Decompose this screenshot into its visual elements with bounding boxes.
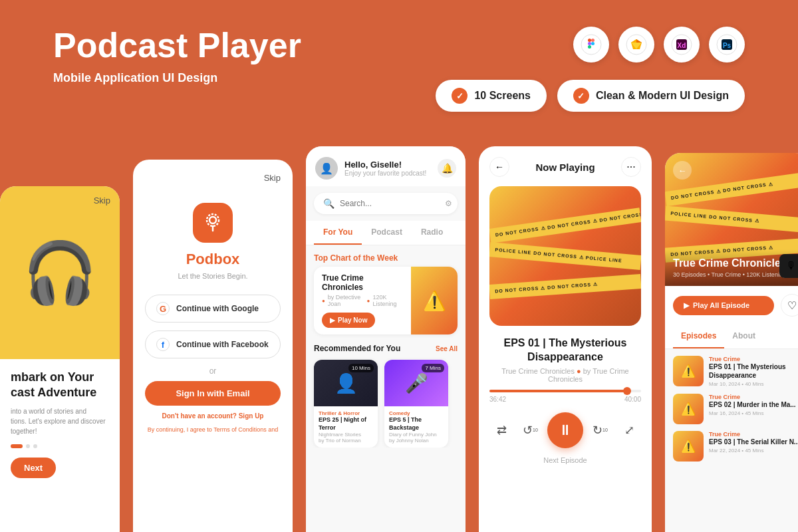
recommended-title: Recommended for You — [314, 344, 400, 353]
pause-button[interactable]: ⏸ — [547, 412, 583, 448]
back-button-s5[interactable]: ← — [673, 161, 692, 180]
playback-controls: ⇄ ↺10 ⏸ ↻10 ⤢ — [489, 412, 641, 448]
reco-genre-1: Thriller & Horror — [319, 410, 373, 416]
greeting-sub: Enjoy your favorite podcast! — [344, 170, 431, 177]
notification-bell-icon[interactable]: 🔔 — [438, 159, 456, 178]
signin-email-button[interactable]: Sign In with Email — [145, 381, 281, 406]
episode-item-3: ⚠️ True Crime EPS 03 | The Serial Killer… — [673, 431, 798, 462]
screen-episodes: DO NOT CROSS ⚠ DO NOT CROSS ⚠ POLICE LIN… — [665, 153, 798, 532]
play-now-button[interactable]: ▶ Play Now — [322, 313, 375, 328]
play-all-button[interactable]: ▶ Play All Episode — [673, 296, 774, 315]
progress-bar[interactable]: 36:42 40:00 — [489, 390, 641, 403]
svg-text:Ps: Ps — [723, 42, 732, 49]
episode-title: EPS 01 | The MysteriousDisappearance — [489, 336, 641, 364]
top-chart-image: ⚠️ — [411, 267, 458, 334]
progress-fill — [489, 390, 627, 392]
google-login-button[interactable]: G Continue with Google — [145, 295, 281, 323]
app-tagline: Let the Stories Begin. — [145, 272, 281, 280]
more-options-button[interactable]: ··· — [621, 157, 641, 177]
tape-strip-3: DO NOT CROSS ⚠ DO NOT CROSS ⚠ — [489, 274, 641, 299]
hero-overlay: True Crime Chronicles 30 Episodes • True… — [665, 249, 798, 286]
episode-item-2: ⚠️ True Crime EPS 02 | Murder in the Ma.… — [673, 394, 798, 424]
skip-button-s1[interactable]: Skip — [94, 196, 110, 205]
episodes-hero: DO NOT CROSS ⚠ DO NOT CROSS ⚠ POLICE LIN… — [665, 153, 798, 286]
app-logo — [193, 203, 233, 243]
reco-title-1: EPS 25 | Night of Terror — [319, 416, 373, 432]
top-chart-by: ● by Detective Joan ● 120K Listening — [322, 294, 403, 307]
home-header: 👤 Hello, Giselle! Enjoy your favorite po… — [306, 146, 466, 186]
favorite-button[interactable]: ♡ — [781, 294, 798, 317]
badge-screens: ✓ 10 Screens — [436, 80, 547, 112]
svg-text:Xd: Xd — [678, 42, 686, 49]
ep-date-1: Mar 10, 2024 • 40 Mins — [709, 381, 798, 387]
facebook-icon: f — [156, 338, 170, 351]
next-button[interactable]: Next — [11, 458, 56, 478]
tab-podcast[interactable]: Podcast — [362, 221, 412, 245]
now-playing-topbar: ← Now Playing ··· — [489, 157, 641, 177]
tab-about[interactable]: About — [724, 325, 763, 348]
svg-point-0 — [581, 35, 601, 55]
reco-card-2: 7 Mins 🎤 Comedy EPS 5 | The Backstage Di… — [384, 360, 448, 448]
search-input[interactable] — [340, 199, 440, 208]
filter-icon[interactable]: ⚙ — [445, 199, 452, 208]
screen-onboarding: 🎧 Skip mbark on Yourcast Adventure into … — [0, 186, 120, 532]
expand-button[interactable]: ⤢ — [617, 418, 641, 442]
onboarding-heading: mbark on Yourcast Adventure — [11, 370, 109, 401]
ep-date-2: Mar 16, 2024 • 45 Mins — [709, 410, 798, 416]
mins-badge-2: 7 Mins — [422, 364, 444, 372]
see-all-link[interactable]: See All — [436, 345, 458, 352]
google-icon: G — [156, 302, 170, 315]
mins-badge-1: 10 Mins — [348, 364, 374, 372]
skip-button-s2[interactable]: Skip — [145, 173, 281, 183]
screens-container: 🎧 Skip mbark on Yourcast Adventure into … — [0, 153, 798, 532]
xd-icon: Xd — [664, 27, 700, 63]
tab-episodes[interactable]: Episodes — [673, 325, 724, 348]
back-button[interactable]: ← — [489, 157, 509, 177]
badge-design: ✓ Clean & Modern UI Design — [557, 80, 745, 112]
ep-name-1[interactable]: EPS 01 | The Mysterious Disappearance — [709, 362, 798, 380]
reco-card-1-image: 10 Mins 👤 — [314, 360, 378, 406]
onboarding-hero: 🎧 Skip — [0, 186, 120, 359]
user-avatar: 👤 — [315, 157, 338, 180]
figma-icon — [573, 27, 609, 63]
tab-for-you[interactable]: For You — [314, 221, 362, 245]
reco-author-2: by Johnny Nolan — [389, 438, 444, 444]
top-chart-title: True Crime Chronicles — [322, 273, 403, 292]
badges-row: ✓ 10 Screens ✓ Clean & Modern UI Design — [436, 80, 745, 112]
recommended-cards: 10 Mins 👤 Thriller & Horror EPS 25 | Nig… — [314, 360, 458, 448]
chart-label: Top Chart of the Week — [314, 253, 458, 263]
svg-point-18 — [207, 214, 219, 226]
header-area: Podcast Player Mobile Application UI Des… — [53, 27, 745, 85]
ep-cat-2: True Crime — [709, 394, 798, 400]
top-chart-info: True Crime Chronicles ● by Detective Joa… — [314, 267, 411, 334]
home-body: Top Chart of the Week True Crime Chronic… — [306, 253, 466, 448]
pagination-dots — [11, 444, 109, 448]
now-playing-title: Now Playing — [535, 162, 595, 173]
tab-radio[interactable]: Radio — [412, 221, 452, 245]
dot-2 — [26, 444, 30, 448]
search-bar: 🔍 ⚙ — [314, 193, 458, 214]
ep-details-1: True Crime EPS 01 | The Mysterious Disap… — [709, 356, 798, 387]
shuffle-button[interactable]: ⇄ — [489, 418, 513, 442]
tool-icons: Xd Ps — [573, 27, 745, 63]
screen-home: 👤 Hello, Giselle! Enjoy your favorite po… — [306, 146, 466, 532]
no-account-text: Don't have an account? Sign Up — [145, 412, 281, 420]
ep-cat-1: True Crime — [709, 356, 798, 362]
ep-name-2[interactable]: EPS 02 | Murder in the Ma... — [709, 400, 798, 409]
ep-name-3[interactable]: EPS 03 | The Serial Killer N... — [709, 438, 798, 446]
check-icon-2: ✓ — [573, 88, 589, 104]
facebook-login-button[interactable]: f Continue with Facebook — [145, 331, 281, 358]
album-art: DO NOT CROSS ⚠ DO NOT CROSS ⚠ DO NOT CRO… — [489, 186, 641, 326]
rewind-button[interactable]: ↺10 — [519, 418, 543, 442]
reco-card-1-info: Thriller & Horror EPS 25 | Night of Terr… — [314, 406, 378, 448]
caution-tape-visual: DO NOT CROSS ⚠ DO NOT CROSS ⚠ DO NOT CRO… — [489, 186, 641, 326]
svg-rect-1 — [588, 39, 591, 42]
tape-strip-1: DO NOT CROSS ⚠ DO NOT CROSS ⚠ DO NOT CRO… — [489, 207, 641, 243]
forward-button[interactable]: ↻10 — [589, 418, 612, 442]
onboarding-content: mbark on Yourcast Adventure into a world… — [0, 359, 120, 489]
greeting-area: Hello, Giselle! Enjoy your favorite podc… — [344, 160, 431, 177]
ep-thumb-1: ⚠️ — [673, 356, 704, 386]
ep-details-3: True Crime EPS 03 | The Serial Killer N.… — [709, 431, 798, 454]
terms-text: By continuing, I agree to Terms of Condi… — [145, 426, 281, 433]
ep-thumb-3: ⚠️ — [673, 431, 704, 462]
